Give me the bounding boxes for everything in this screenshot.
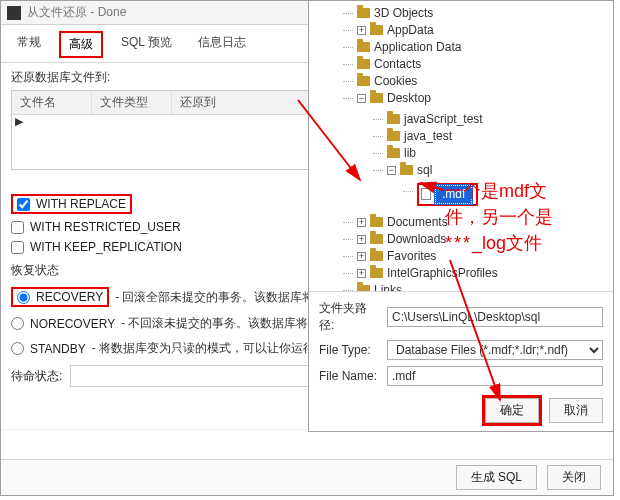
- tree-label: Application Data: [374, 40, 461, 54]
- folder-icon: [370, 217, 383, 227]
- tree-label: Desktop: [387, 91, 431, 105]
- tree-item-desktop[interactable]: −Desktop javaScript_test java_test lib −…: [343, 90, 613, 214]
- window-title: 从文件还原 - Done: [27, 4, 126, 21]
- tree-label: Cookies: [374, 74, 417, 88]
- expand-icon[interactable]: +: [357, 26, 366, 35]
- folder-icon: [370, 234, 383, 244]
- radio-norecovery-label: NORECOVERY: [30, 317, 115, 331]
- folder-icon: [357, 285, 370, 292]
- folder-path-label: 文件夹路径:: [319, 300, 379, 334]
- tree-label: Links: [374, 283, 402, 292]
- expand-icon[interactable]: +: [357, 218, 366, 227]
- tree-item-application-data[interactable]: Application Data: [343, 39, 613, 56]
- radio-norecovery[interactable]: [11, 317, 24, 330]
- cancel-button[interactable]: 取消: [549, 398, 603, 423]
- file-name-label: File Name:: [319, 369, 379, 383]
- generate-sql-button[interactable]: 生成 SQL: [456, 465, 537, 490]
- expand-icon[interactable]: +: [357, 235, 366, 244]
- folder-tree[interactable]: 3D Objects +AppData Application Data Con…: [309, 1, 613, 292]
- folder-icon: [370, 93, 383, 103]
- folder-icon: [357, 59, 370, 69]
- tab-general[interactable]: 常规: [9, 31, 49, 58]
- tree-label: lib: [404, 146, 416, 160]
- tree-label: Contacts: [374, 57, 421, 71]
- file-browser-window: 3D Objects +AppData Application Data Con…: [308, 0, 614, 432]
- folder-icon: [357, 42, 370, 52]
- folder-icon: [387, 148, 400, 158]
- check-with-replace[interactable]: [17, 198, 30, 211]
- col-filetype[interactable]: 文件类型: [92, 91, 172, 114]
- tree-label: AppData: [387, 23, 434, 37]
- tree-item-downloads[interactable]: +Downloads: [343, 231, 613, 248]
- tree-item-selected-file[interactable]: .mdf: [403, 183, 613, 206]
- tree-label: javaScript_test: [404, 112, 483, 126]
- folder-icon: [387, 131, 400, 141]
- tree-label: Downloads: [387, 232, 446, 246]
- tree-label: IntelGraphicsProfiles: [387, 266, 498, 280]
- file-type-label: File Type:: [319, 343, 379, 357]
- folder-icon: [370, 251, 383, 261]
- grid-row-marker: ▶: [15, 115, 23, 128]
- file-buttons-row: 确定 取消: [309, 394, 613, 431]
- tree-item-documents[interactable]: +Documents: [343, 214, 613, 231]
- footer-secondary: x x: [1, 429, 613, 459]
- expand-icon[interactable]: +: [357, 252, 366, 261]
- standby-state-label: 待命状态:: [11, 368, 62, 385]
- col-filename[interactable]: 文件名: [12, 91, 92, 114]
- tree-item-cookies[interactable]: Cookies: [343, 73, 613, 90]
- expand-icon[interactable]: +: [357, 269, 366, 278]
- folder-icon: [370, 25, 383, 35]
- tree-item-appdata[interactable]: +AppData: [343, 22, 613, 39]
- file-icon: [421, 188, 431, 200]
- check-keep-replication[interactable]: [11, 241, 24, 254]
- close-button[interactable]: 关闭: [547, 465, 601, 490]
- ok-button[interactable]: 确定: [485, 398, 539, 423]
- tab-sql-preview[interactable]: SQL 预览: [113, 31, 180, 58]
- tree-item-sql[interactable]: −sql .mdf: [373, 162, 613, 210]
- tree-item-js-test[interactable]: javaScript_test: [373, 111, 613, 128]
- tree-label: Documents: [387, 215, 448, 229]
- folder-path-input[interactable]: [387, 307, 603, 327]
- selected-file-label: .mdf: [435, 185, 472, 204]
- tab-advanced[interactable]: 高级: [59, 31, 103, 58]
- tree-label: 3D Objects: [374, 6, 433, 20]
- tree-item-intel[interactable]: +IntelGraphicsProfiles: [343, 265, 613, 282]
- app-icon: [7, 6, 21, 20]
- tree-label: java_test: [404, 129, 452, 143]
- folder-icon: [387, 114, 400, 124]
- folder-icon: [357, 8, 370, 18]
- radio-standby-label: STANDBY: [30, 342, 86, 356]
- tab-info-log[interactable]: 信息日志: [190, 31, 254, 58]
- radio-recovery[interactable]: [17, 291, 30, 304]
- tree-item-contacts[interactable]: Contacts: [343, 56, 613, 73]
- collapse-icon[interactable]: −: [357, 94, 366, 103]
- footer-primary: 生成 SQL 关闭: [1, 459, 613, 495]
- folder-icon: [357, 76, 370, 86]
- folder-icon: [370, 268, 383, 278]
- tree-item-java-test[interactable]: java_test: [373, 128, 613, 145]
- tree-item-links[interactable]: Links: [343, 282, 613, 292]
- check-keep-replication-label: WITH KEEP_REPLICATION: [30, 240, 182, 254]
- tree-label: sql: [417, 163, 432, 177]
- tree-item-3dobjects[interactable]: 3D Objects: [343, 5, 613, 22]
- tree-item-lib[interactable]: lib: [373, 145, 613, 162]
- tree-item-favorites[interactable]: +Favorites: [343, 248, 613, 265]
- check-restricted-label: WITH RESTRICTED_USER: [30, 220, 181, 234]
- file-form: 文件夹路径: File Type: Database Files (*.mdf;…: [309, 292, 613, 394]
- radio-recovery-label: RECOVERY: [36, 290, 103, 304]
- collapse-icon[interactable]: −: [387, 166, 396, 175]
- check-with-replace-label: WITH REPLACE: [36, 197, 126, 211]
- file-type-select[interactable]: Database Files (*.mdf;*.ldr;*.ndf): [387, 340, 603, 360]
- tree-label: Favorites: [387, 249, 436, 263]
- radio-standby[interactable]: [11, 342, 24, 355]
- file-name-input[interactable]: [387, 366, 603, 386]
- check-restricted-user[interactable]: [11, 221, 24, 234]
- folder-icon: [400, 165, 413, 175]
